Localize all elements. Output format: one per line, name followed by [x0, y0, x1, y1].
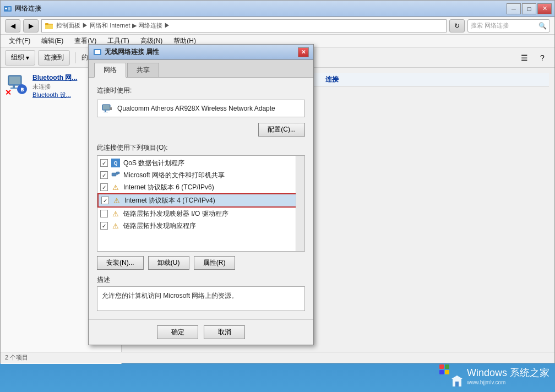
dialog-content: 连接时使用: Qualcomm Atheros AR928X Wireless …: [89, 78, 313, 319]
minimize-button[interactable]: ─: [507, 3, 521, 14]
adapter-select-box: Qualcomm Atheros AR928X Wireless Network…: [97, 100, 305, 117]
check-lltdresp[interactable]: [100, 222, 108, 230]
svg-rect-35: [445, 370, 449, 374]
windows-watermark: Windows 系统之家 www.bjjmlv.com: [438, 363, 549, 388]
svg-rect-32: [439, 364, 444, 369]
organize-label: 组织: [11, 53, 24, 62]
search-box[interactable]: 搜索 网络连接 🔍: [467, 19, 550, 32]
bt-x-icon: ✕: [5, 89, 12, 96]
svg-rect-27: [111, 107, 112, 110]
status-text: 2 个项目: [5, 353, 28, 362]
check-qos[interactable]: [100, 159, 108, 167]
check-share[interactable]: [100, 171, 108, 179]
window-close-button[interactable]: ✕: [537, 3, 552, 14]
win-brand: Windows 系统之家: [467, 366, 549, 379]
back-button[interactable]: ◀: [5, 19, 20, 32]
title-bar-buttons: ─ □ ✕: [507, 3, 552, 14]
svg-marker-36: [451, 375, 463, 379]
svg-rect-34: [439, 370, 444, 374]
dialog-tabs: 网络 共享: [89, 60, 313, 78]
properties-dialog: 无线网络连接 属性 ✕ 网络 共享 连接时使用:: [88, 44, 314, 345]
connect-using-label: 连接时使用:: [97, 86, 305, 95]
icon-ipv6: ⚠: [111, 182, 121, 192]
description-text: 允许您的计算机访问 Microsoft 网络上的资源。: [102, 292, 238, 300]
text-share: Microsoft 网络的文件和打印机共享: [123, 171, 225, 180]
toolbar-right: ☰ ?: [516, 50, 550, 66]
tab-network[interactable]: 网络: [94, 63, 126, 78]
check-lltdmap[interactable]: [100, 210, 108, 217]
maximize-button[interactable]: □: [522, 3, 536, 14]
ok-button[interactable]: 确定: [157, 325, 198, 339]
dialog-title-bar: 无线网络连接 属性 ✕: [89, 45, 313, 60]
svg-rect-24: [103, 105, 110, 110]
description-area: 允许您的计算机访问 Microsoft 网络上的资源。: [97, 286, 305, 311]
dialog-bottom: 确定 取消: [89, 319, 313, 345]
icon-share: [111, 170, 121, 180]
win-site: www.bjjmlv.com: [467, 379, 549, 385]
install-button[interactable]: 安装(N)...: [97, 256, 144, 270]
items-list: Q QoS 数据包计划程序: [97, 156, 304, 233]
view-button[interactable]: ☰: [516, 50, 532, 66]
icon-qos: Q: [111, 158, 121, 168]
tab-sharing[interactable]: 共享: [127, 63, 159, 77]
folder-icon: [45, 21, 53, 30]
items-list-container[interactable]: Q QoS 数据包计划程序: [97, 155, 305, 252]
address-box[interactable]: 控制面板 ▶ 网络和 Internet ▶ 网络连接 ▶: [41, 19, 447, 32]
dialog-title-buttons: ✕: [298, 47, 309, 57]
check-ipv4[interactable]: [101, 197, 109, 204]
dialog-close-button[interactable]: ✕: [298, 47, 309, 57]
properties-button[interactable]: 属性(R): [194, 256, 235, 270]
text-lltdresp: 链路层拓扑发现响应程序: [123, 221, 196, 231]
text-lltdmap: 链路层拓扑发现映射器 I/O 驱动程序: [123, 209, 228, 219]
svg-rect-6: [45, 25, 53, 29]
cancel-button[interactable]: 取消: [204, 325, 245, 339]
search-icon: 🔍: [538, 22, 547, 30]
list-item-lltdresp[interactable]: ⚠ 链路层拓扑发现响应程序: [97, 220, 304, 232]
menu-edit[interactable]: 编辑(E): [36, 35, 69, 47]
list-item-ipv4[interactable]: ⚠ Internet 协议版本 4 (TCP/IPv4): [97, 193, 304, 208]
organize-button[interactable]: 组织 ▾: [5, 50, 35, 66]
text-ipv4: Internet 协议版本 4 (TCP/IPv4): [124, 196, 215, 205]
text-ipv6: Internet 协议版本 6 (TCP/IPv6): [123, 183, 214, 192]
connect-button[interactable]: 连接到: [38, 50, 70, 66]
list-item-share[interactable]: Microsoft 网络的文件和打印机共享: [97, 169, 304, 181]
config-button[interactable]: 配置(C)...: [258, 123, 305, 137]
menu-file[interactable]: 文件(F): [3, 35, 36, 47]
svg-rect-10: [13, 85, 15, 88]
search-placeholder: 搜索 网络连接: [471, 21, 509, 30]
items-scrollbar[interactable]: [296, 156, 304, 251]
icon-lltdresp: ⚠: [111, 221, 121, 231]
config-button-row: 配置(C)...: [97, 123, 305, 137]
list-item-ipv6[interactable]: ⚠ Internet 协议版本 6 (TCP/IPv6): [97, 181, 304, 193]
text-qos: QoS 数据包计划程序: [123, 159, 184, 168]
window-title: 网络连接: [15, 4, 507, 13]
svg-text:ʙ: ʙ: [20, 86, 24, 92]
svg-rect-7: [45, 23, 48, 25]
svg-rect-26: [104, 112, 108, 112]
list-item-lltdmap[interactable]: ⚠ 链路层拓扑发现映射器 I/O 驱动程序: [97, 208, 304, 220]
check-ipv6[interactable]: [100, 183, 108, 191]
list-item-qos[interactable]: Q QoS 数据包计划程序: [97, 157, 304, 169]
bluetooth-adapter-icon: ʙ ✕: [6, 73, 28, 95]
adapter-select-text: Qualcomm Atheros AR928X Wireless Network…: [117, 105, 275, 112]
status-bar: 2 个项目: [1, 352, 554, 363]
items-label: 此连接使用下列项目(O):: [97, 143, 305, 153]
list-buttons: 安装(N)... 卸载(U) 属性(R): [97, 256, 305, 270]
description-label: 描述: [97, 275, 305, 285]
organize-arrow: ▾: [26, 54, 29, 62]
help-button[interactable]: ?: [535, 50, 550, 66]
forward-button[interactable]: ▶: [23, 19, 39, 32]
dialog-icon: [93, 48, 102, 57]
svg-rect-25: [105, 110, 106, 112]
col-action-header[interactable]: 连接: [325, 75, 425, 84]
win-brand-text: Windows 系统之家 www.bjjmlv.com: [467, 366, 549, 385]
adapter-select-icon: [102, 103, 113, 114]
refresh-button[interactable]: ↻: [449, 19, 465, 32]
uninstall-button[interactable]: 卸载(U): [148, 256, 189, 270]
svg-rect-29: [112, 173, 116, 176]
svg-rect-30: [116, 172, 119, 174]
icon-ipv4: ⚠: [112, 195, 122, 205]
toolbar-separator: [75, 52, 76, 63]
svg-rect-38: [455, 382, 459, 386]
title-bar: 网络连接 ─ □ ✕: [1, 1, 554, 17]
